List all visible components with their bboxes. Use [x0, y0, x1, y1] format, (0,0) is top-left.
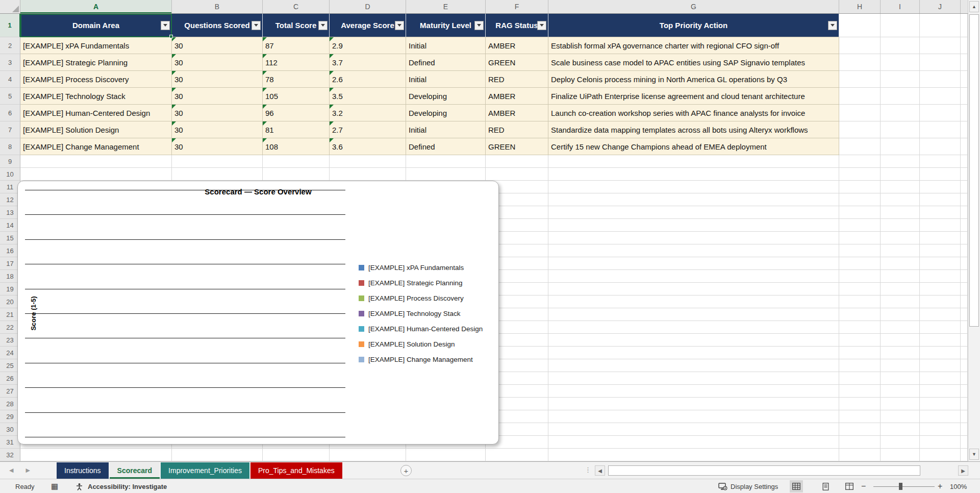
table-cell[interactable]: Defined [406, 138, 486, 155]
table-cell[interactable]: Initial [406, 121, 486, 138]
empty-cell[interactable] [839, 321, 881, 334]
zoom-in-button[interactable]: + [938, 479, 942, 493]
zoom-out-button[interactable]: − [861, 479, 866, 493]
empty-cell[interactable] [548, 398, 839, 410]
empty-cell[interactable] [881, 449, 920, 461]
empty-cell[interactable] [881, 372, 920, 385]
table-cell[interactable]: [EXAMPLE] Change Management [20, 138, 172, 155]
empty-cell[interactable] [881, 244, 920, 257]
empty-cell[interactable] [920, 436, 961, 449]
empty-cell[interactable] [920, 168, 961, 181]
empty-cell[interactable] [920, 423, 961, 436]
empty-cell[interactable] [548, 155, 839, 168]
empty-cell[interactable] [881, 347, 920, 359]
empty-cell[interactable] [839, 121, 881, 138]
table-cell[interactable]: Deploy Celonis process mining in North A… [548, 71, 839, 88]
empty-cell[interactable] [920, 193, 961, 206]
table-cell[interactable]: 30 [172, 37, 263, 54]
row-header-32[interactable]: 32 [0, 449, 20, 461]
vertical-scrollbar[interactable]: ▲ ▼ [968, 0, 980, 461]
empty-cell[interactable] [920, 321, 961, 334]
empty-cell[interactable] [839, 410, 881, 423]
tab-scroll-right-icon[interactable]: ▶ [26, 467, 30, 474]
empty-cell[interactable] [548, 295, 839, 308]
empty-cell[interactable] [263, 155, 330, 168]
empty-cell[interactable] [330, 168, 406, 181]
selection-fill-handle[interactable] [169, 35, 173, 38]
empty-cell[interactable] [839, 193, 881, 206]
table-cell[interactable]: Establish formal xPA governance charter … [548, 37, 839, 54]
empty-cell[interactable] [839, 295, 881, 308]
view-page-layout-button[interactable] [819, 480, 832, 492]
table-cell[interactable]: GREEN [486, 54, 548, 71]
empty-cell[interactable] [548, 193, 839, 206]
empty-cell[interactable] [839, 359, 881, 372]
empty-cell[interactable] [839, 232, 881, 244]
column-header-I[interactable]: I [881, 0, 920, 13]
empty-cell[interactable] [881, 54, 920, 71]
empty-cell[interactable] [548, 244, 839, 257]
scroll-up-icon[interactable]: ▲ [969, 1, 979, 12]
column-header-A[interactable]: A [20, 0, 172, 13]
empty-cell[interactable] [881, 436, 920, 449]
table-cell[interactable]: GREEN [486, 138, 548, 155]
empty-cell[interactable] [839, 244, 881, 257]
empty-cell[interactable] [839, 436, 881, 449]
empty-cell[interactable] [486, 155, 548, 168]
table-cell[interactable]: Scale business case model to APAC entiti… [548, 54, 839, 71]
empty-cell[interactable] [548, 410, 839, 423]
row-header-1[interactable]: 1 [0, 14, 20, 37]
table-cell[interactable]: 81 [263, 121, 330, 138]
row-header-4[interactable]: 4 [0, 71, 20, 88]
hscroll-right-icon[interactable]: ▶ [958, 465, 968, 476]
filter-dropdown-icon[interactable] [828, 21, 837, 30]
empty-cell[interactable] [920, 347, 961, 359]
row-header-7[interactable]: 7 [0, 121, 20, 138]
table-cell[interactable]: 96 [263, 105, 330, 121]
table-header-cell[interactable]: Maturity Level [406, 14, 486, 37]
status-accessibility[interactable]: Accessibility: Investigate [88, 479, 167, 493]
empty-cell[interactable] [881, 270, 920, 283]
empty-cell[interactable] [839, 398, 881, 410]
empty-cell[interactable] [839, 37, 881, 54]
table-cell[interactable]: AMBER [486, 37, 548, 54]
sheet-tab-pro_tips_and_mistakes[interactable]: Pro_Tips_and_Mistakes [250, 462, 342, 479]
empty-cell[interactable] [839, 168, 881, 181]
empty-cell[interactable] [486, 168, 548, 181]
empty-cell[interactable] [406, 155, 486, 168]
empty-cell[interactable] [839, 308, 881, 321]
empty-cell[interactable] [172, 449, 263, 461]
column-header-C[interactable]: C [263, 0, 330, 13]
table-cell[interactable]: [EXAMPLE] xPA Fundamentals [20, 37, 172, 54]
empty-cell[interactable] [920, 121, 961, 138]
empty-cell[interactable] [881, 105, 920, 121]
table-cell[interactable]: 30 [172, 71, 263, 88]
empty-cell[interactable] [920, 71, 961, 88]
empty-cell[interactable] [172, 155, 263, 168]
display-settings-button[interactable]: Display Settings [718, 479, 778, 493]
table-header-cell[interactable]: Average Score [330, 14, 406, 37]
empty-cell[interactable] [839, 283, 881, 295]
empty-cell[interactable] [548, 347, 839, 359]
table-cell[interactable]: Initial [406, 37, 486, 54]
scroll-down-icon[interactable]: ▼ [969, 449, 979, 460]
view-normal-button[interactable] [790, 480, 803, 492]
empty-cell[interactable] [920, 232, 961, 244]
table-header-cell[interactable]: RAG Status [486, 14, 548, 37]
empty-cell[interactable] [548, 206, 839, 219]
table-header-cell[interactable]: Domain Area [20, 14, 172, 37]
table-cell[interactable]: 30 [172, 105, 263, 121]
empty-cell[interactable] [920, 308, 961, 321]
empty-cell[interactable] [920, 219, 961, 232]
table-cell[interactable]: 2.6 [330, 71, 406, 88]
table-cell[interactable]: 30 [172, 121, 263, 138]
table-cell[interactable]: 30 [172, 54, 263, 71]
table-header-cell[interactable]: Total Score [263, 14, 330, 37]
empty-cell[interactable] [20, 449, 172, 461]
empty-cell[interactable] [881, 219, 920, 232]
table-cell[interactable]: 112 [263, 54, 330, 71]
table-cell[interactable]: 87 [263, 37, 330, 54]
table-cell[interactable]: RED [486, 71, 548, 88]
empty-cell[interactable] [548, 308, 839, 321]
empty-cell[interactable] [881, 398, 920, 410]
